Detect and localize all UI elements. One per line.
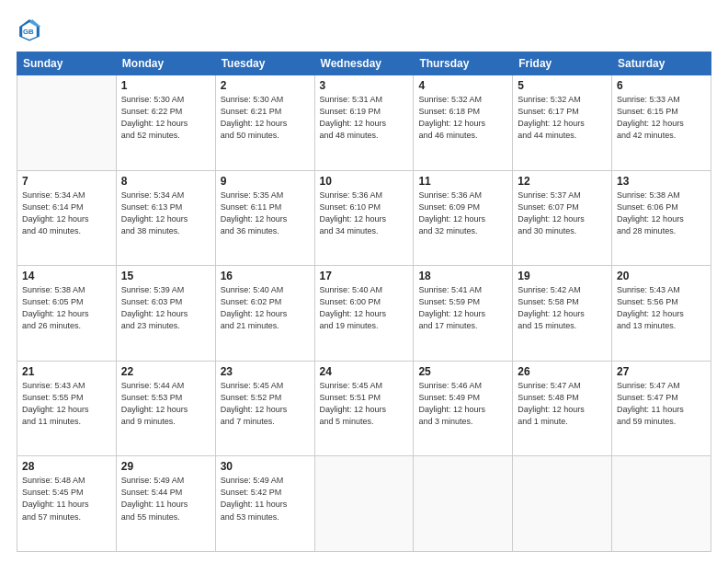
day-number: 19 [518, 270, 607, 282]
cell-info: Sunrise: 5:32 AM Sunset: 6:18 PM Dayligh… [418, 94, 507, 142]
calendar-cell: 14Sunrise: 5:38 AM Sunset: 6:05 PM Dayli… [17, 266, 117, 362]
cell-info: Sunrise: 5:38 AM Sunset: 6:06 PM Dayligh… [617, 190, 706, 237]
weekday-header-saturday: Saturday [612, 52, 711, 75]
calendar-cell: 25Sunrise: 5:46 AM Sunset: 5:49 PM Dayli… [414, 361, 513, 456]
calendar-cell: 2Sunrise: 5:30 AM Sunset: 6:21 PM Daylig… [215, 75, 314, 171]
calendar-cell: 3Sunrise: 5:31 AM Sunset: 6:19 PM Daylig… [314, 75, 414, 171]
cell-info: Sunrise: 5:46 AM Sunset: 5:49 PM Dayligh… [418, 380, 507, 428]
calendar-cell: 24Sunrise: 5:45 AM Sunset: 5:51 PM Dayli… [314, 361, 414, 456]
page: GB SundayMondayTuesdayWednesdayThursdayF… [0, 0, 728, 563]
logo-icon: GB [17, 17, 42, 42]
day-number: 12 [518, 175, 607, 188]
cell-info: Sunrise: 5:34 AM Sunset: 6:14 PM Dayligh… [22, 190, 111, 237]
calendar-cell: 7Sunrise: 5:34 AM Sunset: 6:14 PM Daylig… [17, 170, 117, 266]
day-number: 14 [22, 270, 111, 282]
calendar-body: 1Sunrise: 5:30 AM Sunset: 6:22 PM Daylig… [17, 75, 711, 552]
day-number: 8 [121, 175, 210, 188]
cell-info: Sunrise: 5:47 AM Sunset: 5:47 PM Dayligh… [617, 380, 706, 428]
calendar-week-3: 14Sunrise: 5:38 AM Sunset: 6:05 PM Dayli… [17, 266, 711, 362]
calendar-table: SundayMondayTuesdayWednesdayThursdayFrid… [17, 52, 711, 552]
calendar-cell: 5Sunrise: 5:32 AM Sunset: 6:17 PM Daylig… [513, 75, 612, 171]
calendar-cell: 16Sunrise: 5:40 AM Sunset: 6:02 PM Dayli… [215, 266, 314, 362]
cell-info: Sunrise: 5:41 AM Sunset: 5:59 PM Dayligh… [418, 284, 507, 332]
day-number: 30 [221, 460, 310, 473]
cell-info: Sunrise: 5:47 AM Sunset: 5:48 PM Dayligh… [518, 380, 607, 428]
cell-info: Sunrise: 5:36 AM Sunset: 6:10 PM Dayligh… [320, 190, 409, 237]
calendar-cell: 27Sunrise: 5:47 AM Sunset: 5:47 PM Dayli… [612, 361, 711, 456]
cell-info: Sunrise: 5:45 AM Sunset: 5:51 PM Dayligh… [320, 380, 409, 428]
calendar-cell: 19Sunrise: 5:42 AM Sunset: 5:58 PM Dayli… [513, 266, 612, 362]
cell-info: Sunrise: 5:43 AM Sunset: 5:56 PM Dayligh… [617, 284, 706, 332]
weekday-header-friday: Friday [513, 52, 612, 75]
cell-info: Sunrise: 5:36 AM Sunset: 6:09 PM Dayligh… [418, 190, 507, 237]
calendar-week-2: 7Sunrise: 5:34 AM Sunset: 6:14 PM Daylig… [17, 170, 711, 266]
weekday-header-wednesday: Wednesday [314, 52, 414, 75]
day-number: 9 [221, 175, 310, 188]
day-number: 25 [418, 365, 507, 378]
calendar-cell: 23Sunrise: 5:45 AM Sunset: 5:52 PM Dayli… [215, 361, 314, 456]
calendar-header: SundayMondayTuesdayWednesdayThursdayFrid… [17, 52, 711, 75]
day-number: 5 [518, 79, 607, 92]
day-number: 2 [221, 79, 310, 92]
cell-info: Sunrise: 5:37 AM Sunset: 6:07 PM Dayligh… [518, 190, 607, 237]
calendar-week-5: 28Sunrise: 5:48 AM Sunset: 5:45 PM Dayli… [17, 456, 711, 552]
weekday-header-thursday: Thursday [414, 52, 513, 75]
cell-info: Sunrise: 5:30 AM Sunset: 6:21 PM Dayligh… [221, 94, 310, 142]
calendar-cell: 15Sunrise: 5:39 AM Sunset: 6:03 PM Dayli… [116, 266, 215, 362]
day-number: 7 [22, 175, 111, 188]
day-number: 24 [320, 365, 409, 378]
calendar-cell: 26Sunrise: 5:47 AM Sunset: 5:48 PM Dayli… [513, 361, 612, 456]
day-number: 18 [418, 270, 507, 282]
calendar-week-1: 1Sunrise: 5:30 AM Sunset: 6:22 PM Daylig… [17, 75, 711, 171]
cell-info: Sunrise: 5:31 AM Sunset: 6:19 PM Dayligh… [320, 94, 409, 142]
cell-info: Sunrise: 5:42 AM Sunset: 5:58 PM Dayligh… [518, 284, 607, 332]
day-number: 29 [121, 460, 210, 473]
cell-info: Sunrise: 5:30 AM Sunset: 6:22 PM Dayligh… [121, 94, 210, 142]
weekday-header-tuesday: Tuesday [215, 52, 314, 75]
calendar-cell: 30Sunrise: 5:49 AM Sunset: 5:42 PM Dayli… [215, 456, 314, 552]
calendar-cell: 12Sunrise: 5:37 AM Sunset: 6:07 PM Dayli… [513, 170, 612, 266]
calendar-cell: 22Sunrise: 5:44 AM Sunset: 5:53 PM Dayli… [116, 361, 215, 456]
calendar-cell: 21Sunrise: 5:43 AM Sunset: 5:55 PM Dayli… [17, 361, 117, 456]
calendar-cell: 20Sunrise: 5:43 AM Sunset: 5:56 PM Dayli… [612, 266, 711, 362]
calendar-cell: 28Sunrise: 5:48 AM Sunset: 5:45 PM Dayli… [17, 456, 117, 552]
cell-info: Sunrise: 5:33 AM Sunset: 6:15 PM Dayligh… [617, 94, 706, 142]
cell-info: Sunrise: 5:38 AM Sunset: 6:05 PM Dayligh… [22, 284, 111, 332]
day-number: 10 [320, 175, 409, 188]
day-number: 21 [22, 365, 111, 378]
weekday-header-sunday: Sunday [17, 52, 117, 75]
day-number: 11 [418, 175, 507, 188]
day-number: 15 [121, 270, 210, 282]
calendar-cell: 1Sunrise: 5:30 AM Sunset: 6:22 PM Daylig… [116, 75, 215, 171]
day-number: 6 [617, 79, 706, 92]
svg-text:GB: GB [23, 28, 34, 36]
cell-info: Sunrise: 5:49 AM Sunset: 5:44 PM Dayligh… [121, 475, 210, 523]
cell-info: Sunrise: 5:48 AM Sunset: 5:45 PM Dayligh… [22, 475, 111, 523]
day-number: 23 [221, 365, 310, 378]
cell-info: Sunrise: 5:49 AM Sunset: 5:42 PM Dayligh… [221, 475, 310, 523]
calendar-cell: 13Sunrise: 5:38 AM Sunset: 6:06 PM Dayli… [612, 170, 711, 266]
calendar-cell: 18Sunrise: 5:41 AM Sunset: 5:59 PM Dayli… [414, 266, 513, 362]
cell-info: Sunrise: 5:39 AM Sunset: 6:03 PM Dayligh… [121, 284, 210, 332]
calendar-cell: 4Sunrise: 5:32 AM Sunset: 6:18 PM Daylig… [414, 75, 513, 171]
day-number: 17 [320, 270, 409, 282]
cell-info: Sunrise: 5:40 AM Sunset: 6:02 PM Dayligh… [221, 284, 310, 332]
calendar-cell [513, 456, 612, 552]
cell-info: Sunrise: 5:32 AM Sunset: 6:17 PM Dayligh… [518, 94, 607, 142]
calendar-cell: 10Sunrise: 5:36 AM Sunset: 6:10 PM Dayli… [314, 170, 414, 266]
day-number: 26 [518, 365, 607, 378]
logo: GB [17, 17, 46, 42]
cell-info: Sunrise: 5:43 AM Sunset: 5:55 PM Dayligh… [22, 380, 111, 428]
day-number: 27 [617, 365, 706, 378]
day-number: 22 [121, 365, 210, 378]
cell-info: Sunrise: 5:35 AM Sunset: 6:11 PM Dayligh… [221, 190, 310, 237]
day-number: 20 [617, 270, 706, 282]
calendar-cell [414, 456, 513, 552]
calendar-cell: 8Sunrise: 5:34 AM Sunset: 6:13 PM Daylig… [116, 170, 215, 266]
day-number: 16 [221, 270, 310, 282]
calendar-cell [612, 456, 711, 552]
calendar-cell [17, 75, 117, 171]
day-number: 28 [22, 460, 111, 473]
calendar-cell: 6Sunrise: 5:33 AM Sunset: 6:15 PM Daylig… [612, 75, 711, 171]
day-number: 3 [320, 79, 409, 92]
